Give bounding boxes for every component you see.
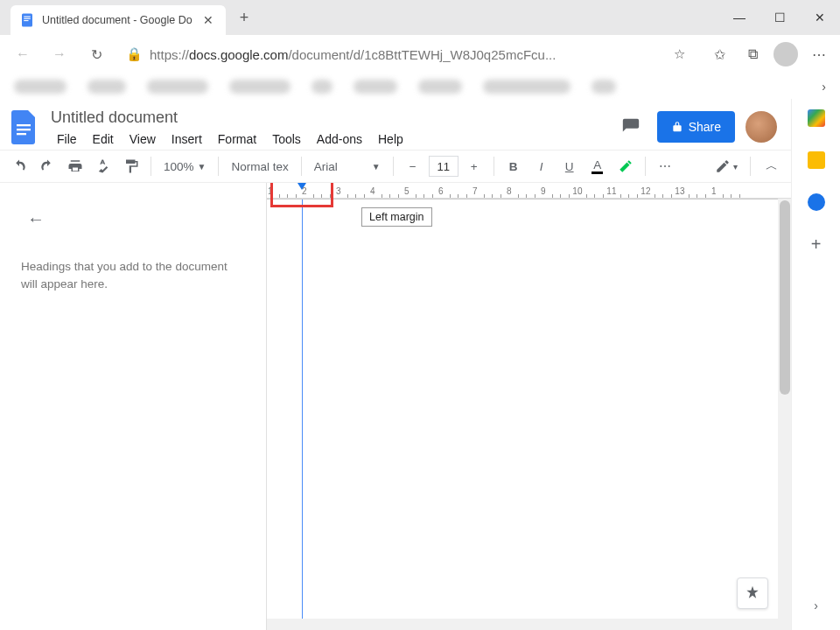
add-addon-icon[interactable]: +	[808, 235, 825, 253]
collections-icon[interactable]: ⧉	[740, 42, 765, 66]
forward-button[interactable]: →	[46, 40, 74, 68]
lock-icon: 🔒	[126, 46, 143, 62]
horizontal-ruler[interactable]: 1.00 123456789101112131	[267, 183, 791, 199]
url-bar[interactable]: 🔒 https://docs.google.com/document/d/1c8…	[119, 39, 698, 69]
minimize-icon[interactable]: —	[719, 0, 760, 35]
svg-rect-4	[17, 124, 31, 126]
menu-format[interactable]: Format	[212, 130, 262, 148]
svg-rect-2	[24, 18, 31, 19]
ruler-tick: 4	[370, 186, 375, 196]
undo-icon[interactable]	[7, 154, 32, 178]
share-label: Share	[689, 120, 721, 134]
docs-app: Untitled document File Edit View Insert …	[0, 99, 840, 630]
svg-rect-3	[24, 20, 28, 21]
bookmarks-bar: ›	[0, 74, 840, 99]
back-button[interactable]: ←	[9, 40, 37, 68]
ruler-tick: 10	[572, 186, 582, 196]
ruler-tick: 3	[336, 186, 341, 196]
redo-icon[interactable]	[35, 154, 60, 178]
comments-icon[interactable]	[615, 111, 647, 143]
tab-title: Untitled document - Google Do	[42, 14, 192, 26]
paint-format-icon[interactable]	[119, 154, 144, 178]
explore-button[interactable]	[737, 578, 768, 609]
underline-icon[interactable]: U	[557, 154, 582, 178]
docs-main: Untitled document File Edit View Insert …	[0, 99, 791, 630]
browser-menu-icon[interactable]: ⋯	[807, 42, 831, 66]
font-select[interactable]: Arial▼	[309, 154, 386, 178]
zoom-value: 100%	[164, 160, 194, 173]
ruler-tick: 6	[438, 186, 444, 196]
font-size-input[interactable]	[429, 156, 458, 177]
margin-highlight	[270, 183, 333, 207]
svg-rect-1	[24, 17, 31, 18]
close-tab-icon[interactable]: ✕	[200, 13, 217, 27]
margin-tooltip: Left margin	[361, 207, 432, 227]
collapse-toolbar-icon[interactable]: ︿	[760, 154, 784, 178]
styles-select[interactable]: Normal tex	[226, 154, 293, 178]
margin-guide-line	[302, 200, 303, 630]
side-panel-toggle-icon[interactable]: ›	[814, 598, 818, 612]
menu-help[interactable]: Help	[372, 130, 410, 148]
font-size-dec-icon[interactable]: −	[401, 154, 425, 178]
ruler-tick: 12	[640, 186, 650, 196]
address-row: ← → ↻ 🔒 https://docs.google.com/document…	[0, 35, 840, 74]
menu-addons[interactable]: Add-ons	[311, 130, 368, 148]
ruler-tick: 1	[711, 186, 717, 196]
docs-header: Untitled document File Edit View Insert …	[0, 99, 791, 150]
browser-chrome: Untitled document - Google Do ✕ + — ☐ ✕ …	[0, 0, 840, 99]
ruler-tick: 7	[472, 186, 478, 196]
editor-area: ← Headings that you add to the document …	[0, 183, 791, 630]
menu-tools[interactable]: Tools	[266, 130, 307, 148]
outline-close-icon[interactable]: ←	[21, 204, 51, 234]
url-text: https://docs.google.com/document/d/1c8Bt…	[150, 47, 660, 62]
menu-bar: File Edit View Insert Format Tools Add-o…	[51, 130, 605, 148]
ruler-tick: 11	[606, 186, 616, 196]
browser-tab[interactable]: Untitled document - Google Do ✕	[10, 5, 226, 35]
bookmarks-overflow-icon[interactable]: ›	[822, 80, 826, 94]
svg-rect-6	[17, 133, 26, 135]
window-controls: — ☐ ✕	[719, 0, 840, 35]
highlight-color-icon[interactable]	[613, 154, 638, 178]
tasks-icon[interactable]	[808, 193, 825, 211]
docs-logo-icon[interactable]	[9, 106, 40, 148]
menu-view[interactable]: View	[123, 130, 162, 148]
zoom-select[interactable]: 100%▼	[158, 154, 211, 178]
toolbar: 100%▼ Normal tex Arial▼ − + B I U A ⋯ ▾ …	[0, 150, 791, 183]
new-tab-button[interactable]: +	[234, 9, 255, 27]
side-panel: + ›	[791, 99, 840, 630]
ruler-tick: 13	[675, 186, 684, 196]
browser-profile-avatar[interactable]	[774, 42, 798, 66]
italic-icon[interactable]: I	[529, 154, 554, 178]
bookmark-star-icon[interactable]: ☆	[667, 42, 691, 66]
favorites-icon[interactable]: ✩	[707, 42, 732, 66]
text-color-icon[interactable]: A	[585, 154, 610, 178]
menu-file[interactable]: File	[51, 130, 83, 148]
ruler-tick: 9	[541, 186, 546, 196]
close-window-icon[interactable]: ✕	[800, 0, 840, 35]
document-title[interactable]: Untitled document	[51, 107, 605, 129]
font-size-inc-icon[interactable]: +	[462, 154, 486, 178]
menu-edit[interactable]: Edit	[87, 130, 120, 148]
toolbar-more-icon[interactable]: ⋯	[653, 154, 677, 178]
svg-rect-5	[17, 129, 31, 130]
ruler-tick: 8	[507, 186, 512, 196]
menu-insert[interactable]: Insert	[165, 130, 208, 148]
vertical-scrollbar[interactable]	[778, 199, 791, 630]
keep-icon[interactable]	[808, 151, 825, 169]
spellcheck-icon[interactable]	[91, 154, 116, 178]
docs-favicon-icon	[19, 12, 35, 28]
bold-icon[interactable]: B	[501, 154, 526, 178]
page-area: 1.00 123456789101112131 Left margin	[267, 183, 791, 630]
tabs-row: Untitled document - Google Do ✕ + — ☐ ✕	[0, 0, 840, 35]
ruler-tick: 5	[404, 186, 410, 196]
outline-panel: ← Headings that you add to the document …	[0, 183, 267, 630]
share-button[interactable]: Share	[657, 111, 735, 143]
account-avatar[interactable]	[746, 111, 777, 143]
calendar-icon[interactable]	[808, 109, 825, 127]
horizontal-scrollbar[interactable]	[267, 619, 791, 630]
maximize-icon[interactable]: ☐	[760, 0, 800, 35]
print-icon[interactable]	[63, 154, 88, 178]
document-page[interactable]	[267, 199, 791, 630]
editing-mode-icon[interactable]: ▾	[711, 154, 741, 178]
refresh-button[interactable]: ↻	[82, 40, 110, 68]
